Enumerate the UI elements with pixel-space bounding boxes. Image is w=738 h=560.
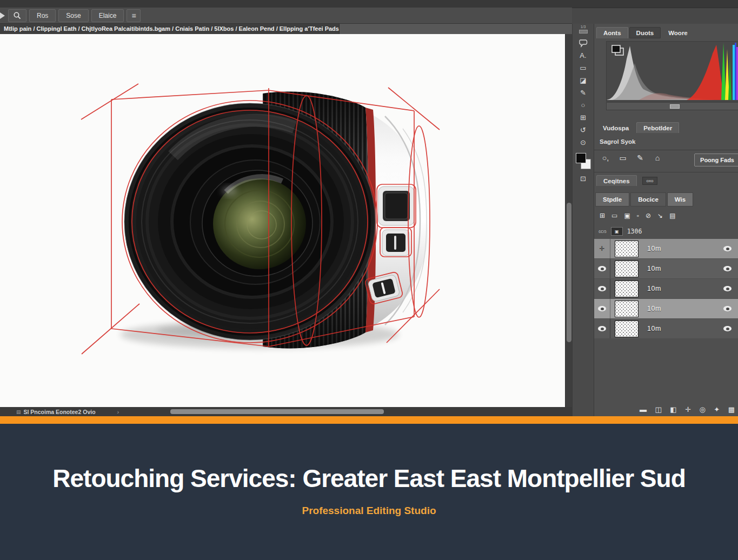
cursor-icon: [0, 12, 5, 19]
panel-bottom-bar: ▬ ◫ ◧ ✛ ◎ ✦ ▩: [640, 402, 735, 416]
vertical-scrollbar[interactable]: [565, 34, 572, 407]
layers-badge: oxo: [642, 177, 658, 185]
banner-subtitle: Professional Editing Studio: [0, 505, 738, 517]
layer-row[interactable]: 10m: [594, 319, 738, 338]
small-frame-icon[interactable]: ▫: [637, 212, 639, 219]
rect-tool-icon[interactable]: ▭: [618, 154, 628, 162]
panel-top-tabs: Aonts Duots Woore: [596, 27, 694, 38]
tab-layers[interactable]: Ceqitnes: [596, 175, 637, 186]
panel-collapse-label[interactable]: 1/3: [573, 25, 594, 29]
marquee-tool-icon[interactable]: ▭: [573, 62, 594, 74]
adjustment-icon[interactable]: ◎: [699, 405, 705, 414]
layer-thumbnail[interactable]: [615, 261, 639, 277]
panel-mid-tabs: Vudospa Pebotlder: [596, 122, 679, 133]
color-swatches[interactable]: [576, 153, 591, 169]
tab-duots[interactable]: Duots: [629, 27, 661, 38]
toolbar-button-ros[interactable]: Ros: [29, 9, 56, 22]
visibility-eye-icon[interactable]: [723, 266, 732, 271]
type-tool-icon[interactable]: A.: [573, 49, 594, 62]
document-tab-bar: Mtlip pain / Clippingl Eath / ChjtlyoRea…: [0, 24, 572, 34]
move-all-icon[interactable]: ✛: [685, 405, 691, 414]
oval-tool-icon[interactable]: ○,: [601, 154, 610, 162]
visibility-eye-icon[interactable]: [598, 266, 606, 271]
histogram-slider-thumb[interactable]: [670, 104, 680, 109]
toolbar-button-elaice[interactable]: Elaice: [91, 9, 124, 22]
pen-tool-icon[interactable]: ✎: [635, 154, 645, 162]
layer-name: 10m: [647, 325, 661, 332]
right-panel: Aonts Duots Woore: [594, 24, 738, 416]
eraser-tool-icon[interactable]: ◪: [573, 74, 594, 86]
layer-thumbnail[interactable]: [615, 301, 639, 317]
fill-icon[interactable]: ▬: [640, 405, 647, 414]
layer-name: 10m: [647, 245, 661, 252]
grid-tool-icon[interactable]: ⊞: [573, 111, 594, 124]
collapse-bar-icon[interactable]: [579, 30, 588, 34]
tab-aonts[interactable]: Aonts: [596, 27, 628, 38]
histogram-slider[interactable]: [606, 102, 738, 110]
toolbar-button-sose[interactable]: Sose: [58, 9, 88, 22]
tab-vudospa[interactable]: Vudospa: [596, 122, 635, 133]
export-icon[interactable]: ⊡: [573, 172, 594, 185]
move-icon[interactable]: ✛: [599, 245, 604, 252]
layer-options-row: ⊞ ▭ ▣ ▫ ⊘ ↘ ▤: [600, 212, 675, 219]
export-corner-icon[interactable]: ↘: [657, 212, 663, 219]
rotate-tool-icon[interactable]: ↺: [573, 124, 594, 136]
link-layers-icon[interactable]: ◫: [655, 405, 661, 414]
visibility-eye-icon[interactable]: [598, 286, 606, 291]
hamburger-icon: ≡: [131, 11, 135, 20]
section-label: Sagrol Syok: [600, 138, 635, 145]
layer-thumbnail[interactable]: [615, 281, 639, 297]
vertical-scrollbar-thumb[interactable]: [567, 203, 571, 342]
tab-bocice[interactable]: Bocice: [630, 192, 666, 206]
visibility-eye-icon[interactable]: [598, 306, 606, 311]
layer-thumbnail[interactable]: [615, 241, 639, 257]
tab-stpdle[interactable]: Stpdle: [595, 192, 629, 206]
bag-tool-icon[interactable]: ⌂: [653, 154, 662, 162]
layer-thumbnail[interactable]: [615, 321, 639, 337]
lasso-tool-icon[interactable]: [573, 37, 594, 49]
frame-icon[interactable]: ▭: [611, 212, 617, 219]
layer-row[interactable]: 10m: [594, 299, 738, 318]
layer-row[interactable]: 10m: [594, 259, 738, 278]
channel-icon[interactable]: [612, 45, 623, 55]
visibility-eye-icon[interactable]: [723, 306, 732, 311]
layer-row[interactable]: ✛ 10m: [594, 239, 738, 258]
filled-frame-icon[interactable]: ▣: [624, 212, 630, 219]
document-tab[interactable]: Mtlip pain / Clippingl Eath / ChjtlyoRea…: [0, 24, 340, 34]
menu-button[interactable]: ≡: [127, 9, 140, 22]
visibility-eye-icon[interactable]: [723, 246, 732, 251]
tab-woore[interactable]: Woore: [662, 27, 694, 38]
new-layer-icon[interactable]: ◧: [670, 405, 676, 414]
layer-filter-tabs: Stpdle Bocice Wis: [594, 192, 693, 206]
document-icon: ▤: [16, 409, 21, 415]
visibility-eye-icon[interactable]: [723, 326, 732, 331]
histogram-panel: [606, 41, 738, 102]
status-bar: ▤ Sl Pncoima Eonotee2 Ovio ›: [0, 407, 572, 416]
photo-editor-window: Ros Sose Elaice ≡ Mtlip pain / Clippingl…: [0, 0, 738, 560]
paths-button[interactable]: Poong Fads: [694, 154, 738, 166]
magnifier-icon: [13, 11, 22, 20]
list-icon[interactable]: ▤: [669, 212, 675, 219]
zoom-search-button[interactable]: [8, 9, 26, 22]
visibility-eye-icon[interactable]: [723, 286, 732, 291]
layer-row[interactable]: 10m: [594, 279, 738, 298]
effects-icon[interactable]: ✦: [714, 405, 720, 414]
ellipse-tool-icon[interactable]: ○: [573, 99, 594, 111]
lens-artwork: [0, 34, 565, 407]
blend-icon[interactable]: ⊞: [600, 212, 605, 219]
clone-stamp-icon[interactable]: ⊙: [573, 136, 594, 149]
chevron-right-icon[interactable]: ›: [117, 409, 119, 415]
foreground-color-swatch[interactable]: [576, 153, 586, 163]
tab-pebotlder[interactable]: Pebotlder: [636, 122, 679, 133]
document-canvas[interactable]: [0, 34, 565, 407]
top-toolbar: Ros Sose Elaice ≡: [0, 8, 572, 24]
horizontal-scrollbar-thumb[interactable]: [170, 409, 384, 414]
mask-icon[interactable]: ⊘: [646, 212, 651, 219]
active-layer-name: 1306: [627, 228, 642, 235]
active-layer-thumb[interactable]: ▣: [611, 227, 623, 236]
delete-layer-icon[interactable]: ▩: [728, 405, 735, 414]
pencil-tool-icon[interactable]: ✎: [573, 86, 594, 99]
visibility-eye-icon[interactable]: [598, 326, 606, 331]
layer-name: 10m: [647, 285, 661, 292]
tab-wis[interactable]: Wis: [667, 192, 693, 206]
